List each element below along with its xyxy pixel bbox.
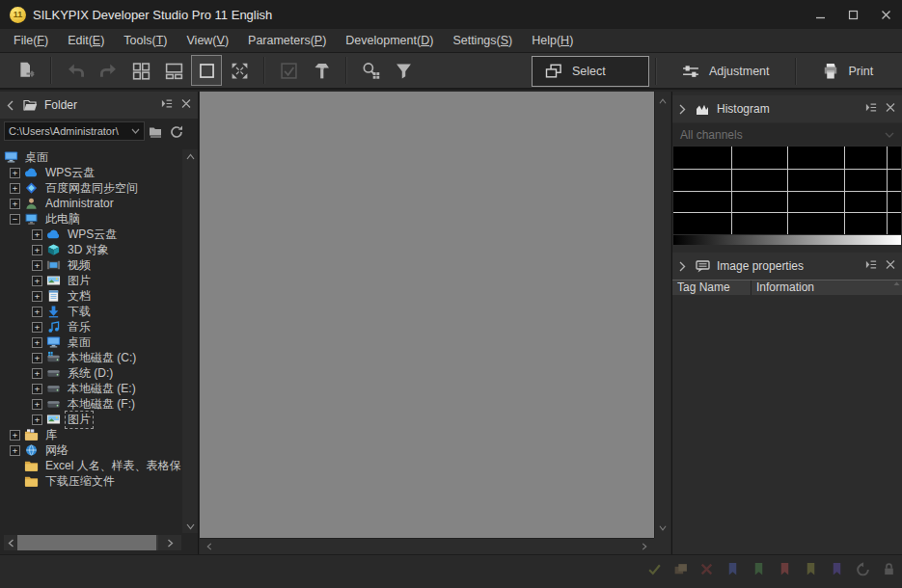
tree-item[interactable]: +Administrator	[0, 196, 181, 211]
close-panel-icon[interactable]	[885, 102, 896, 116]
minimize-button[interactable]	[804, 0, 836, 29]
expand-plus-icon[interactable]: +	[32, 337, 42, 348]
tree-item[interactable]: +WPS云盘	[0, 165, 181, 180]
canvas-vertical-scrollbar[interactable]	[654, 92, 670, 538]
tree-item[interactable]: +本地磁盘 (C:)	[0, 350, 181, 365]
expand-plus-icon[interactable]: +	[10, 183, 20, 194]
menu-parameters[interactable]: Parameters(P)	[238, 29, 336, 53]
tree-item-label[interactable]: 图片	[66, 273, 93, 289]
tools-icon[interactable]	[307, 56, 336, 85]
expand-plus-icon[interactable]: +	[10, 199, 20, 209]
mark5-icon[interactable]	[830, 562, 844, 576]
scrollbar-track[interactable]	[17, 535, 158, 550]
menu-settings[interactable]: Settings(S)	[443, 29, 522, 53]
chevron-left-icon[interactable]	[6, 100, 19, 111]
tree-item-label[interactable]: 网络	[43, 442, 70, 459]
menu-help[interactable]: Help(H)	[522, 29, 583, 53]
filter-icon[interactable]	[389, 56, 418, 85]
channel-select[interactable]: All channels	[672, 123, 902, 146]
expand-plus-icon[interactable]: +	[32, 307, 42, 317]
browse-folder-button[interactable]	[145, 121, 166, 141]
fullscreen-icon[interactable]	[225, 56, 254, 85]
tree-item-label[interactable]: 视频	[66, 257, 93, 274]
expand-plus-icon[interactable]: +	[32, 399, 42, 410]
scroll-up-icon[interactable]	[655, 94, 670, 109]
close-panel-icon[interactable]	[180, 98, 192, 112]
expand-plus-icon[interactable]: +	[10, 445, 20, 456]
column-information[interactable]: Information	[752, 281, 902, 295]
tree-item-label[interactable]: 下载压缩文件	[43, 473, 117, 490]
expand-plus-icon[interactable]: +	[32, 260, 42, 271]
refresh-button[interactable]	[166, 121, 187, 141]
tree-item-label[interactable]: 图片	[66, 412, 93, 428]
expand-plus-icon[interactable]: +	[32, 368, 42, 379]
print-mode-button[interactable]: Print	[809, 57, 886, 86]
combination-view-icon[interactable]	[159, 56, 188, 85]
check-mark-icon[interactable]	[647, 562, 662, 576]
collapse-minus-icon[interactable]: −	[10, 214, 20, 225]
select-mode-button[interactable]: Select	[532, 56, 649, 87]
tree-item-label[interactable]: 此电脑	[43, 211, 82, 227]
revert-icon[interactable]	[856, 562, 870, 576]
image-canvas[interactable]	[200, 92, 654, 538]
expand-plus-icon[interactable]: +	[32, 384, 42, 394]
chevron-right-icon[interactable]	[678, 261, 692, 272]
tree-item-label[interactable]: 百度网盘同步空间	[43, 180, 140, 197]
scroll-right-icon[interactable]	[637, 539, 652, 554]
menu-tools[interactable]: Tools(T)	[114, 29, 177, 53]
expand-plus-icon[interactable]: +	[10, 430, 20, 441]
tree-item-label[interactable]: 本地磁盘 (C:)	[66, 350, 138, 366]
folder-path-input[interactable]: C:\Users\Administrator\	[4, 121, 145, 141]
scroll-right-icon[interactable]	[158, 535, 181, 550]
menu-development[interactable]: Development(D)	[336, 29, 443, 53]
mark4-icon[interactable]	[804, 562, 818, 576]
tree-item-label[interactable]: 下载	[66, 304, 93, 320]
maximize-button[interactable]	[836, 0, 869, 29]
tree-item-label[interactable]: 系统 (D:)	[66, 365, 115, 382]
delete-mark-icon[interactable]	[699, 562, 714, 576]
tree-item[interactable]: +本地磁盘 (F:)	[0, 396, 181, 412]
tree-item[interactable]: 桌面	[0, 149, 181, 165]
menu-view[interactable]: View(V)	[178, 29, 239, 53]
scroll-up-icon[interactable]	[891, 281, 901, 292]
tree-item-label[interactable]: 桌面	[66, 334, 93, 351]
tree-vertical-scrollbar[interactable]	[182, 149, 198, 533]
preview-view-icon[interactable]	[192, 56, 221, 85]
tree-item[interactable]: +系统 (D:)	[0, 365, 181, 381]
expand-plus-icon[interactable]: +	[32, 291, 42, 302]
expand-plus-icon[interactable]: +	[32, 245, 42, 255]
menu-file[interactable]: File(F)	[4, 29, 58, 53]
tree-item-label[interactable]: 桌面	[23, 149, 50, 166]
tree-item-label[interactable]: 本地磁盘 (E:)	[66, 381, 138, 397]
tree-item-label[interactable]: Excel 人名、样表、表格保	[43, 458, 181, 474]
tree-item-label[interactable]: 库	[43, 427, 59, 443]
undo-icon[interactable]	[61, 56, 90, 85]
redo-icon[interactable]	[94, 56, 123, 85]
protect-icon[interactable]	[882, 562, 896, 576]
tree-item[interactable]: +百度网盘同步空间	[0, 180, 181, 196]
scroll-left-icon[interactable]	[202, 539, 217, 554]
chevron-right-icon[interactable]	[678, 104, 692, 115]
scroll-left-icon[interactable]	[4, 535, 17, 550]
expand-plus-icon[interactable]: +	[32, 353, 42, 363]
scroll-up-icon[interactable]	[182, 149, 198, 163]
tree-item[interactable]: 下载压缩文件	[0, 473, 181, 489]
develop-file-icon[interactable]	[12, 56, 41, 85]
tree-item[interactable]: +图片	[0, 412, 181, 427]
expand-plus-icon[interactable]: +	[10, 168, 20, 178]
tree-item-label[interactable]: 音乐	[66, 319, 93, 335]
tree-item[interactable]: +WPS云盘	[0, 227, 181, 242]
tree-item[interactable]: +文档	[0, 288, 181, 304]
expand-plus-icon[interactable]: +	[32, 276, 42, 286]
mark1-icon[interactable]	[725, 562, 740, 576]
expand-plus-icon[interactable]: +	[32, 414, 42, 425]
tree-item-label[interactable]: 文档	[66, 288, 93, 305]
panel-menu-icon[interactable]	[865, 102, 877, 116]
tree-item[interactable]: Excel 人名、样表、表格保	[0, 458, 181, 473]
tree-item-label[interactable]: 本地磁盘 (F:)	[66, 396, 137, 413]
tree-item-label[interactable]: 3D 对象	[66, 242, 111, 258]
search-loupe-icon[interactable]	[356, 56, 385, 85]
column-tag-name[interactable]: Tag Name	[672, 281, 752, 295]
scrollbar-thumb[interactable]	[17, 535, 156, 550]
expand-plus-icon[interactable]: +	[32, 322, 42, 333]
